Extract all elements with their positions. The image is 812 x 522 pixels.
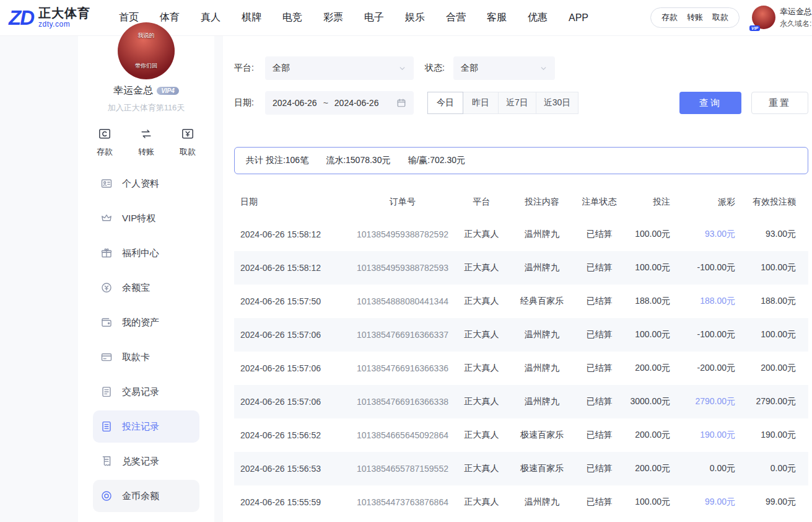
- cell-order: 1013854655787159552: [350, 452, 455, 485]
- col-content: 投注内容: [508, 187, 576, 218]
- table-row: 2024-06-26 15:58:12 1013854959388782592 …: [234, 218, 808, 251]
- nav-item-live-casino[interactable]: 真人: [201, 11, 220, 24]
- nav-item-partnership[interactable]: 合营: [446, 11, 466, 24]
- cell-order: 1013854888080441344: [350, 285, 455, 318]
- range-7days-button[interactable]: 近7日: [498, 92, 536, 114]
- cell-status: 已结算: [576, 251, 622, 285]
- sidebar-item-yuebao[interactable]: 余额宝: [93, 272, 199, 304]
- cell-order: 1013854766916366336: [350, 352, 455, 385]
- wallet-action-deposit[interactable]: 存款: [661, 12, 678, 23]
- cell-platform: 正大真人: [455, 418, 508, 452]
- cell-content: 温州牌九: [508, 385, 576, 418]
- nav-item-chess[interactable]: 棋牌: [242, 11, 261, 24]
- cell-status: 已结算: [576, 485, 622, 519]
- cell-status: 已结算: [576, 418, 622, 452]
- quick-action-transfer[interactable]: 转账: [138, 127, 154, 157]
- cell-valid: 99.00元: [740, 485, 808, 519]
- date-range-input[interactable]: 2024-06-26 ~ 2024-06-26: [265, 91, 414, 115]
- gift-icon: [100, 247, 113, 259]
- nav-item-home[interactable]: 首页: [119, 11, 139, 24]
- page-body: 我说的 带你们回 幸运金总 VIP4 加入正大体育第116天 存款: [0, 36, 812, 522]
- summary-bar: 共计 投注:106笔 流水:15078.30元 输/赢:702.30元: [234, 147, 808, 174]
- table-row: 2024-06-26 15:56:52 1013854665645092864 …: [234, 418, 808, 452]
- platform-select[interactable]: 全部: [265, 56, 414, 80]
- table-row: 2024-06-26 15:57:06 1013854766916366336 …: [234, 352, 808, 385]
- nav-item-app[interactable]: APP: [569, 12, 588, 24]
- sidebar-item-withdraw-card[interactable]: 取款卡: [93, 341, 199, 373]
- table-row: 2024-06-26 15:56:53 1013854655787159552 …: [234, 452, 808, 485]
- sidebar-item-label: 交易记录: [122, 386, 159, 398]
- sidebar-item-welfare[interactable]: 福利中心: [93, 237, 199, 269]
- cell-platform: 正大真人: [455, 452, 508, 485]
- cell-platform: 正大真人: [455, 485, 508, 519]
- nav-item-esports[interactable]: 电竞: [282, 11, 302, 24]
- sidebar-item-bet-records[interactable]: 投注记录: [93, 410, 199, 443]
- sidebar-item-coin-balance[interactable]: 金币余额: [93, 480, 199, 512]
- cell-payout: -200.00元: [675, 352, 740, 385]
- chevron-down-icon: [398, 64, 406, 73]
- range-today-button[interactable]: 今日: [427, 92, 463, 114]
- wallet-action-transfer[interactable]: 转账: [687, 12, 703, 23]
- cell-date: 2024-06-26 15:58:12: [234, 218, 350, 251]
- col-platform: 平台: [455, 187, 508, 218]
- nav-item-sports[interactable]: 体育: [160, 11, 180, 24]
- cell-bet: 200.00元: [622, 352, 675, 385]
- cell-date: 2024-06-26 15:57:50: [234, 285, 350, 318]
- id-card-icon: [100, 177, 113, 190]
- table-row: 2024-06-26 15:57:06 1013854766916366338 …: [234, 385, 808, 418]
- cell-content: 温州牌九: [508, 485, 576, 519]
- nav-item-entertainment[interactable]: 娱乐: [405, 11, 425, 24]
- range-yesterday-button[interactable]: 昨日: [463, 92, 499, 114]
- reset-button[interactable]: 重置: [751, 92, 808, 114]
- brand-logo[interactable]: ZD 正大体育 zdty.com: [9, 6, 113, 29]
- nav-item-slots[interactable]: 电子: [364, 11, 384, 24]
- cell-payout: 2790.00元: [675, 385, 740, 418]
- cell-valid: 100.00元: [740, 318, 808, 352]
- col-order: 订单号: [350, 187, 455, 218]
- receipt-icon: [100, 455, 113, 467]
- header-right: 存款 转账 取款 VIP 幸运金总 永久域名:: [650, 6, 812, 30]
- cell-valid: 188.00元: [740, 285, 808, 318]
- quick-action-label: 存款: [97, 146, 113, 157]
- quick-action-withdraw[interactable]: 取款: [180, 127, 196, 157]
- query-button[interactable]: 查询: [679, 92, 741, 114]
- summary-total-bets: 共计 投注:106笔: [246, 155, 308, 166]
- sidebar-item-profile[interactable]: 个人资料: [93, 167, 199, 200]
- sidebar-rail: 我说的 带你们回 幸运金总 VIP4 加入正大体育第116天 存款: [0, 36, 223, 522]
- top-header: ZD 正大体育 zdty.com 首页 体育 真人 棋牌 电竞 彩票 电子 娱乐…: [0, 0, 812, 36]
- nav-item-support[interactable]: 客服: [487, 11, 507, 24]
- sidebar-item-rebate[interactable]: 实时返水: [93, 515, 199, 522]
- sidebar-item-assets[interactable]: 我的资产: [93, 306, 199, 338]
- sidebar-item-transactions[interactable]: 交易记录: [93, 376, 199, 408]
- sidebar-item-redeem-records[interactable]: 兑奖记录: [93, 445, 199, 477]
- sidebar-item-vip[interactable]: VIP特权: [93, 202, 199, 234]
- quick-action-deposit[interactable]: 存款: [97, 127, 113, 157]
- table-row: 2024-06-26 15:57:50 1013854888080441344 …: [234, 285, 808, 318]
- sidebar-item-label: 投注记录: [122, 421, 159, 433]
- nav-item-promotions[interactable]: 优惠: [528, 11, 548, 24]
- cell-content: 温州牌九: [508, 352, 576, 385]
- cell-date: 2024-06-26 15:58:12: [234, 251, 350, 285]
- nav-item-lottery[interactable]: 彩票: [323, 11, 343, 24]
- range-30days-button[interactable]: 近30日: [536, 92, 579, 114]
- profile-username-row: 幸运金总 VIP4: [78, 84, 214, 97]
- cell-valid: 93.00元: [740, 218, 808, 251]
- profile-avatar[interactable]: 我说的 带你们回: [118, 22, 175, 79]
- cell-platform: 正大真人: [455, 385, 508, 418]
- cell-order: 1013854473763876864: [350, 485, 455, 519]
- cell-content: 温州牌九: [508, 218, 576, 251]
- user-block: VIP 幸运金总 永久域名:: [752, 6, 812, 30]
- vip-mini-badge: VIP: [749, 25, 760, 31]
- cell-platform: 正大真人: [455, 318, 508, 352]
- main-content: 平台: 全部 状态: 全部 日期: 2024-06-26 ~ 2024-06-2…: [223, 36, 812, 522]
- cell-payout: -100.00元: [675, 318, 740, 352]
- cell-valid: 2790.00元: [740, 385, 808, 418]
- date-separator: ~: [323, 98, 328, 108]
- sidebar-item-label: 兑奖记录: [122, 456, 159, 467]
- wallet-action-withdraw[interactable]: 取款: [712, 12, 728, 23]
- cell-bet: 100.00元: [622, 318, 675, 352]
- table-row: 2024-06-26 15:58:12 1013854959388782593 …: [234, 251, 808, 285]
- main-nav: 首页 体育 真人 棋牌 电竞 彩票 电子 娱乐 合营 客服 优惠 APP: [119, 11, 588, 24]
- user-avatar[interactable]: VIP: [752, 6, 775, 29]
- status-select[interactable]: 全部: [453, 56, 555, 80]
